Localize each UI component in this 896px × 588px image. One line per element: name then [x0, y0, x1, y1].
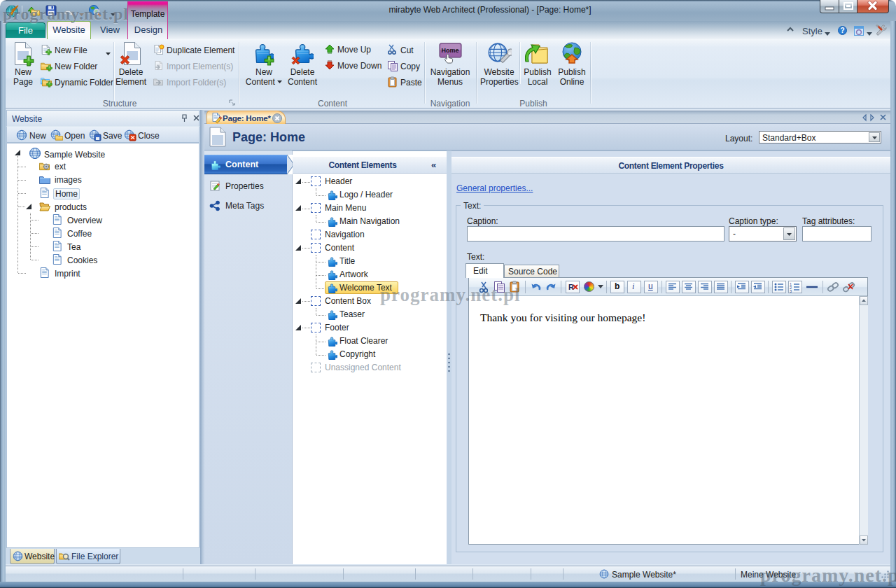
svg-text:3: 3 [790, 289, 792, 293]
svg-text:?: ? [840, 27, 844, 34]
svg-text:Home: Home [441, 47, 458, 54]
svg-text:R: R [568, 283, 574, 291]
